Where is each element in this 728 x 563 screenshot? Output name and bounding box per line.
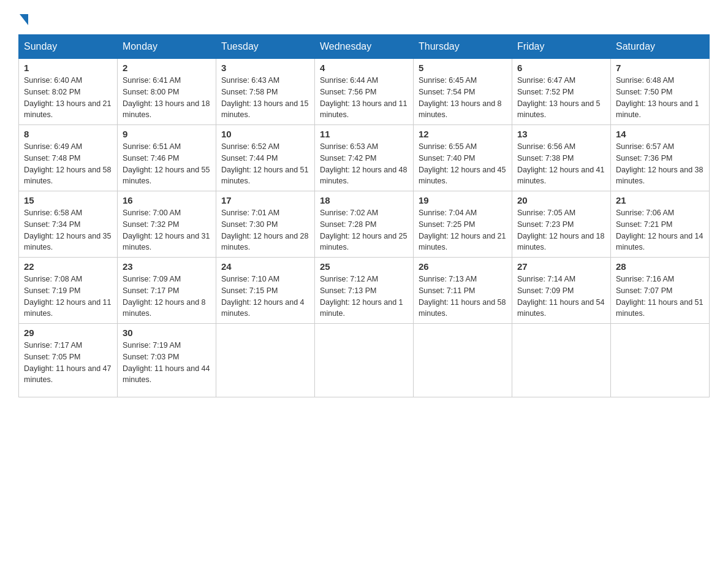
day-info: Sunrise: 6:40 AMSunset: 8:02 PMDaylight:… (24, 76, 111, 119)
calendar-day-cell: 13 Sunrise: 6:56 AMSunset: 7:38 PMDaylig… (512, 125, 611, 191)
calendar-week-row: 1 Sunrise: 6:40 AMSunset: 8:02 PMDayligh… (19, 59, 710, 125)
calendar-week-row: 15 Sunrise: 6:58 AMSunset: 7:34 PMDaylig… (19, 191, 710, 258)
day-number: 23 (123, 261, 211, 272)
calendar-day-cell: 27 Sunrise: 7:14 AMSunset: 7:09 PMDaylig… (512, 258, 611, 324)
calendar-day-cell: 28 Sunrise: 7:16 AMSunset: 7:07 PMDaylig… (611, 258, 710, 324)
day-info: Sunrise: 7:04 AMSunset: 7:25 PMDaylight:… (419, 209, 506, 251)
day-info: Sunrise: 7:00 AMSunset: 7:32 PMDaylight:… (123, 209, 210, 251)
calendar-day-cell: 20 Sunrise: 7:05 AMSunset: 7:23 PMDaylig… (512, 191, 611, 258)
day-info: Sunrise: 7:16 AMSunset: 7:07 PMDaylight:… (616, 275, 703, 318)
calendar-day-cell: 7 Sunrise: 6:48 AMSunset: 7:50 PMDayligh… (611, 59, 710, 125)
calendar-day-cell: 3 Sunrise: 6:43 AMSunset: 7:58 PMDayligh… (216, 59, 315, 125)
day-number: 7 (616, 63, 704, 73)
calendar-day-cell: 16 Sunrise: 7:00 AMSunset: 7:32 PMDaylig… (118, 191, 216, 258)
day-number: 2 (123, 63, 211, 73)
day-number: 3 (221, 63, 309, 73)
day-info: Sunrise: 7:09 AMSunset: 7:17 PMDaylight:… (123, 275, 206, 318)
day-number: 14 (616, 129, 704, 139)
calendar-day-cell: 23 Sunrise: 7:09 AMSunset: 7:17 PMDaylig… (118, 258, 216, 324)
calendar-day-cell: 14 Sunrise: 6:57 AMSunset: 7:36 PMDaylig… (611, 125, 710, 191)
day-number: 25 (320, 261, 408, 272)
day-number: 6 (517, 63, 605, 73)
day-info: Sunrise: 6:45 AMSunset: 7:54 PMDaylight:… (419, 76, 502, 119)
weekday-header-cell: Tuesday (216, 35, 315, 59)
day-info: Sunrise: 7:12 AMSunset: 7:13 PMDaylight:… (320, 275, 403, 318)
day-info: Sunrise: 7:14 AMSunset: 7:09 PMDaylight:… (517, 275, 604, 318)
calendar-day-cell: 22 Sunrise: 7:08 AMSunset: 7:19 PMDaylig… (19, 258, 118, 324)
day-info: Sunrise: 6:44 AMSunset: 7:56 PMDaylight:… (320, 76, 407, 119)
calendar-week-row: 22 Sunrise: 7:08 AMSunset: 7:19 PMDaylig… (19, 258, 710, 324)
day-info: Sunrise: 6:55 AMSunset: 7:40 PMDaylight:… (419, 142, 506, 185)
day-number: 12 (419, 129, 507, 139)
day-info: Sunrise: 7:08 AMSunset: 7:19 PMDaylight:… (24, 275, 111, 318)
calendar-day-cell: 29 Sunrise: 7:17 AMSunset: 7:05 PMDaylig… (19, 324, 118, 397)
day-info: Sunrise: 6:43 AMSunset: 7:58 PMDaylight:… (221, 76, 308, 119)
day-number: 30 (123, 327, 211, 338)
day-info: Sunrise: 7:02 AMSunset: 7:28 PMDaylight:… (320, 209, 407, 251)
day-number: 10 (221, 129, 309, 139)
calendar-day-cell: 10 Sunrise: 6:52 AMSunset: 7:44 PMDaylig… (216, 125, 315, 191)
day-number: 13 (517, 129, 605, 139)
calendar-day-cell: 4 Sunrise: 6:44 AMSunset: 7:56 PMDayligh… (315, 59, 414, 125)
calendar-day-cell: 11 Sunrise: 6:53 AMSunset: 7:42 PMDaylig… (315, 125, 414, 191)
day-info: Sunrise: 7:13 AMSunset: 7:11 PMDaylight:… (419, 275, 506, 318)
calendar-day-cell: 26 Sunrise: 7:13 AMSunset: 7:11 PMDaylig… (414, 258, 512, 324)
day-info: Sunrise: 6:41 AMSunset: 8:00 PMDaylight:… (123, 76, 210, 119)
day-info: Sunrise: 7:01 AMSunset: 7:30 PMDaylight:… (221, 209, 308, 251)
weekday-header-cell: Friday (512, 35, 611, 59)
page-header (18, 12, 710, 22)
day-info: Sunrise: 7:06 AMSunset: 7:21 PMDaylight:… (616, 209, 703, 251)
calendar-day-cell (414, 324, 512, 397)
day-number: 24 (221, 261, 309, 272)
day-number: 17 (221, 195, 309, 205)
day-info: Sunrise: 6:48 AMSunset: 7:50 PMDaylight:… (616, 76, 699, 119)
day-number: 26 (419, 261, 507, 272)
weekday-header-cell: Sunday (19, 35, 118, 59)
calendar-day-cell: 19 Sunrise: 7:04 AMSunset: 7:25 PMDaylig… (414, 191, 512, 258)
weekday-header-cell: Wednesday (315, 35, 414, 59)
day-info: Sunrise: 6:56 AMSunset: 7:38 PMDaylight:… (517, 142, 604, 185)
day-number: 20 (517, 195, 605, 205)
day-number: 28 (616, 261, 704, 272)
weekday-header-cell: Thursday (414, 35, 512, 59)
day-number: 8 (24, 129, 112, 139)
calendar-day-cell (315, 324, 414, 397)
calendar-week-row: 29 Sunrise: 7:17 AMSunset: 7:05 PMDaylig… (19, 324, 710, 397)
day-number: 5 (419, 63, 507, 73)
day-info: Sunrise: 6:58 AMSunset: 7:34 PMDaylight:… (24, 209, 111, 251)
day-info: Sunrise: 7:05 AMSunset: 7:23 PMDaylight:… (517, 209, 604, 251)
calendar-table: SundayMondayTuesdayWednesdayThursdayFrid… (18, 34, 710, 397)
day-number: 15 (24, 195, 112, 205)
calendar-day-cell: 25 Sunrise: 7:12 AMSunset: 7:13 PMDaylig… (315, 258, 414, 324)
calendar-day-cell: 1 Sunrise: 6:40 AMSunset: 8:02 PMDayligh… (19, 59, 118, 125)
day-info: Sunrise: 6:49 AMSunset: 7:48 PMDaylight:… (24, 142, 111, 185)
day-number: 11 (320, 129, 408, 139)
day-number: 27 (517, 261, 605, 272)
day-info: Sunrise: 6:47 AMSunset: 7:52 PMDaylight:… (517, 76, 601, 119)
logo (18, 12, 29, 22)
day-number: 9 (123, 129, 211, 139)
day-number: 21 (616, 195, 704, 205)
calendar-day-cell (611, 324, 710, 397)
day-info: Sunrise: 7:17 AMSunset: 7:05 PMDaylight:… (24, 341, 111, 384)
day-info: Sunrise: 6:51 AMSunset: 7:46 PMDaylight:… (123, 142, 210, 185)
calendar-day-cell: 6 Sunrise: 6:47 AMSunset: 7:52 PMDayligh… (512, 59, 611, 125)
logo-arrow-icon (20, 14, 28, 25)
day-number: 22 (24, 261, 112, 272)
weekday-header-cell: Monday (118, 35, 216, 59)
weekday-header-row: SundayMondayTuesdayWednesdayThursdayFrid… (19, 35, 710, 59)
calendar-day-cell: 21 Sunrise: 7:06 AMSunset: 7:21 PMDaylig… (611, 191, 710, 258)
day-number: 18 (320, 195, 408, 205)
weekday-header-cell: Saturday (611, 35, 710, 59)
day-number: 16 (123, 195, 211, 205)
calendar-day-cell: 2 Sunrise: 6:41 AMSunset: 8:00 PMDayligh… (118, 59, 216, 125)
day-number: 1 (24, 63, 112, 73)
calendar-day-cell: 8 Sunrise: 6:49 AMSunset: 7:48 PMDayligh… (19, 125, 118, 191)
calendar-day-cell: 12 Sunrise: 6:55 AMSunset: 7:40 PMDaylig… (414, 125, 512, 191)
calendar-day-cell (512, 324, 611, 397)
day-info: Sunrise: 6:52 AMSunset: 7:44 PMDaylight:… (221, 142, 308, 185)
day-info: Sunrise: 7:10 AMSunset: 7:15 PMDaylight:… (221, 275, 305, 318)
day-info: Sunrise: 7:19 AMSunset: 7:03 PMDaylight:… (123, 341, 210, 384)
day-number: 4 (320, 63, 408, 73)
calendar-day-cell (216, 324, 315, 397)
